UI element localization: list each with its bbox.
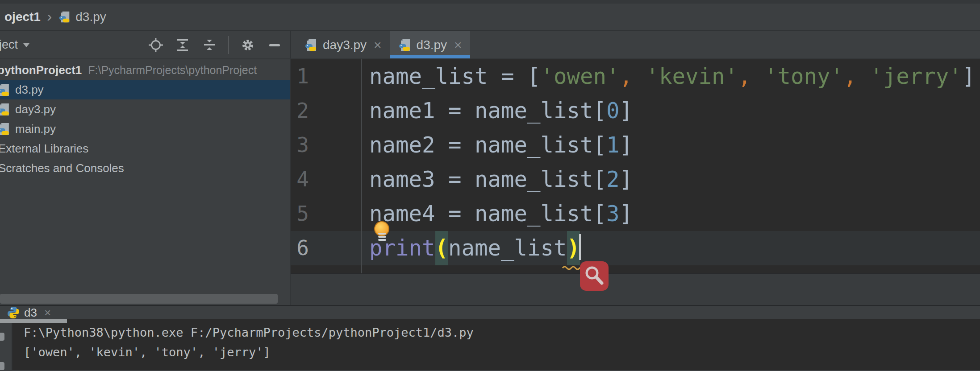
tree-item-label: day3.py	[15, 103, 56, 116]
intention-bulb-icon[interactable]	[374, 221, 390, 241]
python-file-icon	[398, 38, 412, 52]
code-token: 1	[606, 132, 620, 158]
settings-button[interactable]	[240, 37, 256, 53]
project-panel: pythonProject1 F:\PycharmProjects\python…	[0, 59, 291, 305]
editor-column: 123456 name_list = ['owen', 'kevin', 'to…	[291, 59, 980, 305]
gutter-separator	[361, 59, 362, 273]
breadcrumb: oject1 › d3.py	[0, 4, 980, 31]
matched-paren: )	[567, 231, 580, 265]
code-token: 'owen'	[541, 64, 620, 89]
project-horizontal-scrollbar[interactable]	[0, 294, 278, 304]
code-token	[633, 64, 646, 89]
tab-label: day3.py	[323, 38, 367, 52]
code-line-2[interactable]: name1 = name_list[0]	[369, 94, 975, 128]
code-token: 3	[606, 201, 620, 227]
editor-tab-d3.py[interactable]: d3.py×	[390, 31, 470, 58]
run-tab[interactable]: d3 ×	[7, 306, 51, 320]
expand-all-icon	[175, 37, 190, 53]
code-token: name_list	[448, 235, 567, 261]
tab-close-icon[interactable]: ×	[44, 307, 51, 318]
code-token: 'kevin'	[646, 64, 738, 89]
minus-icon	[268, 38, 281, 52]
chevron-right-icon: ›	[47, 8, 52, 25]
text-caret	[579, 234, 581, 260]
line-number: 5	[291, 197, 361, 231]
window-top-edge	[0, 0, 980, 4]
collapse-all-button[interactable]	[201, 37, 217, 53]
run-panel: d3 × F:\Python38\python.exe F:/PycharmPr…	[0, 305, 980, 371]
code-area[interactable]: name_list = ['owen', 'kevin', 'tony', 'j…	[369, 59, 975, 265]
code-token: ]	[620, 98, 633, 124]
code-line-6[interactable]: print(name_list)	[369, 231, 975, 265]
line-number: 3	[291, 128, 361, 162]
code-token: name4 = name_list[	[369, 201, 606, 227]
gear-icon	[240, 37, 256, 53]
tree-item-d3-py[interactable]: d3.py	[0, 80, 290, 99]
project-root-name: pythonProject1	[0, 63, 82, 77]
pycharm-window: oject1 › d3.py ject	[0, 0, 980, 371]
tree-item-label: main.py	[15, 122, 56, 136]
locate-file-button[interactable]	[148, 37, 164, 53]
tree-item-label: External Libraries	[0, 142, 88, 156]
code-token: name1 = name_list[	[369, 98, 606, 124]
editor-tab-day3.py[interactable]: day3.py×	[296, 31, 390, 58]
python-file-icon	[304, 38, 318, 52]
code-token: ]	[620, 132, 633, 158]
toolbar-row: ject	[0, 31, 980, 59]
code-token: ]	[962, 64, 976, 89]
locate-icon	[148, 37, 164, 53]
line-number: 2	[291, 94, 361, 128]
line-number: 1	[291, 59, 361, 94]
breadcrumb-file[interactable]: d3.py	[75, 10, 106, 24]
line-number: 4	[291, 162, 361, 197]
tree-item-label: Scratches and Consoles	[0, 161, 124, 175]
hide-panel-button[interactable]	[267, 37, 283, 53]
run-tab-label: d3	[24, 306, 37, 320]
console-line: F:\Python38\python.exe F:/PycharmProject…	[24, 323, 980, 342]
code-token	[857, 64, 870, 89]
project-toolbar: ject	[0, 31, 291, 58]
code-line-5[interactable]: name4 = name_list[3]	[369, 197, 975, 231]
tree-item-main-py[interactable]: main.py	[0, 119, 290, 139]
tab-label: d3.py	[417, 38, 447, 52]
tab-close-icon[interactable]: ×	[374, 38, 382, 52]
toolbar-icon-fragment	[0, 333, 4, 341]
code-token: 2	[606, 167, 620, 192]
code-token: name2 = name_list[	[369, 132, 606, 158]
code-line-1[interactable]: name_list = ['owen', 'kevin', 'tony', 'j…	[369, 59, 975, 94]
toolbar-separator	[228, 36, 229, 54]
code-line-4[interactable]: name3 = name_list[2]	[369, 162, 975, 197]
content-row: pythonProject1 F:\PycharmProjects\python…	[0, 59, 980, 305]
expand-all-button[interactable]	[175, 37, 191, 53]
project-tree: d3.py day3.py main.pyExternal LibrariesS…	[0, 80, 290, 178]
console-line: ['owen', 'kevin', 'tony', 'jerry']	[24, 342, 980, 362]
toolbar-icon-fragment	[0, 362, 4, 370]
project-root-row[interactable]: pythonProject1 F:\PycharmProjects\python…	[0, 60, 290, 80]
run-tab-row: d3 ×	[0, 306, 980, 319]
breadcrumb-file-icon-slot	[58, 10, 71, 24]
code-token: ,	[620, 64, 633, 89]
active-tab-underline	[390, 55, 470, 58]
python-logo-icon	[7, 306, 20, 319]
python-file-icon	[0, 122, 11, 136]
console-body: F:\Python38\python.exe F:/PycharmProject…	[0, 319, 980, 370]
chevron-down-icon	[23, 43, 29, 50]
tree-item-day3-py[interactable]: day3.py	[0, 99, 290, 119]
python-file-icon	[0, 82, 11, 97]
code-token: ]	[620, 201, 633, 227]
editor-tab-strip: day3.py× d3.py×	[291, 31, 980, 58]
tree-item-scratches-and-consoles[interactable]: Scratches and Consoles	[0, 158, 290, 178]
code-editor[interactable]: 123456 name_list = ['owen', 'kevin', 'to…	[291, 59, 980, 273]
code-line-3[interactable]: name2 = name_list[1]	[369, 128, 975, 162]
editor-gutter: 123456	[291, 59, 361, 265]
console-left-toolbar	[0, 323, 13, 370]
code-token: 'jerry'	[870, 64, 962, 89]
breadcrumb-project[interactable]: oject1	[4, 10, 41, 24]
search-cursor-badge	[580, 261, 609, 291]
collapse-all-icon	[202, 37, 217, 53]
line-number: 6	[291, 231, 361, 265]
tree-item-external-libraries[interactable]: External Libraries	[0, 139, 290, 158]
tab-close-icon[interactable]: ×	[454, 38, 462, 52]
project-view-selector[interactable]: ject	[0, 38, 18, 52]
python-file-icon	[0, 102, 11, 117]
